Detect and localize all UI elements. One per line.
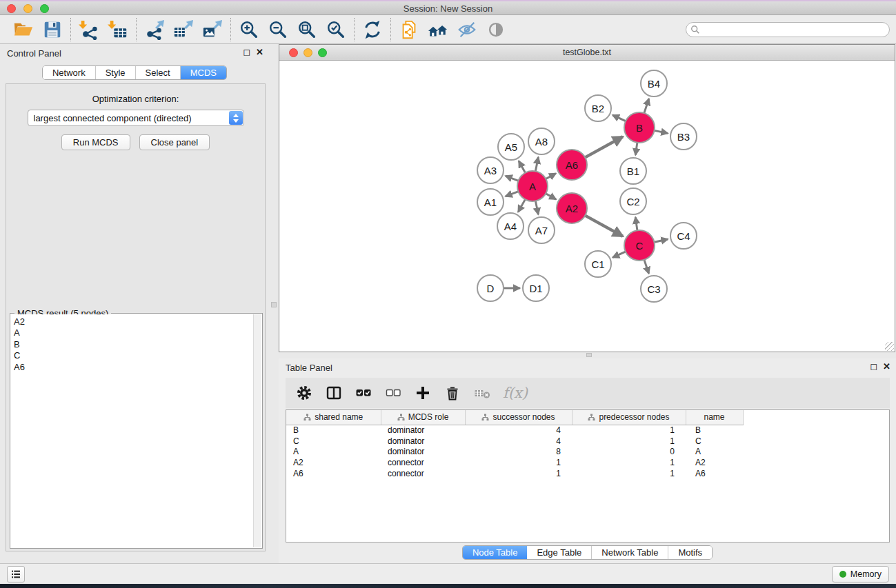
graph-node-B1[interactable]: B1 — [620, 158, 646, 184]
vertical-splitter[interactable] — [269, 44, 279, 563]
tab-edge-table[interactable]: Edge Table — [527, 546, 592, 559]
graph-node-A[interactable]: A — [517, 171, 548, 201]
export-table-icon[interactable] — [172, 19, 195, 41]
graph-node-D[interactable]: D — [477, 275, 504, 301]
graph-node-A5[interactable]: A5 — [498, 134, 524, 160]
float-panel-icon[interactable]: ◻ — [243, 47, 250, 57]
column-header-shared-name[interactable]: shared name — [286, 410, 381, 425]
list-item[interactable]: A6 — [14, 362, 253, 373]
search-field[interactable] — [686, 22, 890, 37]
splitter-grip[interactable] — [586, 353, 592, 357]
delete-column-trash-icon[interactable] — [444, 384, 461, 402]
list-item[interactable]: C — [14, 350, 253, 361]
criterion-dropdown[interactable]: largest connected component (directed) — [28, 110, 244, 126]
zoom-selected-icon[interactable] — [325, 19, 347, 41]
float-panel-icon[interactable]: ◻ — [870, 361, 877, 372]
graph-node-A1[interactable]: A1 — [477, 189, 504, 215]
horizontal-splitter[interactable] — [279, 352, 896, 358]
tab-select[interactable]: Select — [136, 66, 181, 79]
graph-edge-C-C4[interactable] — [654, 239, 668, 243]
graph-node-C2[interactable]: C2 — [620, 188, 646, 214]
close-panel-icon[interactable]: ✕ — [883, 361, 890, 372]
zoom-out-icon[interactable] — [267, 19, 289, 41]
select-all-columns-icon[interactable] — [355, 384, 372, 402]
graph-edge-A-A7[interactable] — [535, 201, 538, 215]
graph-edge-C-C3[interactable] — [644, 259, 649, 274]
graph-node-B[interactable]: B — [624, 112, 655, 143]
graph-edge-B-B3[interactable] — [654, 130, 668, 133]
graph-node-A3[interactable]: A3 — [477, 157, 504, 183]
network-window-titlebar[interactable]: testGlobe.txt — [279, 45, 895, 61]
deselect-all-columns-icon[interactable] — [384, 384, 402, 402]
graph-edge-B-B4[interactable] — [644, 99, 649, 114]
tab-network[interactable]: Network — [43, 66, 96, 79]
column-header-successor-nodes[interactable]: successor nodes — [465, 410, 572, 425]
close-panel-icon[interactable]: ✕ — [256, 47, 263, 57]
graph-edge-A-A4[interactable] — [518, 199, 526, 212]
table-row[interactable]: Adominator80A — [286, 447, 889, 458]
table-row[interactable]: Cdominator41C — [286, 436, 889, 447]
graph-edge-A-A6[interactable] — [545, 174, 555, 179]
graph-node-B2[interactable]: B2 — [585, 95, 611, 121]
graph-node-C4[interactable]: C4 — [670, 223, 697, 249]
close-panel-button[interactable]: Close panel — [139, 134, 210, 150]
duplicate-network-icon[interactable] — [398, 19, 420, 41]
graph-node-D1[interactable]: D1 — [523, 275, 549, 301]
hide-selected-icon[interactable] — [456, 19, 478, 41]
graph-node-C[interactable]: C — [624, 230, 655, 261]
import-network-icon[interactable] — [78, 19, 100, 41]
graph-edge-A-A8[interactable] — [535, 157, 538, 172]
graph-node-C3[interactable]: C3 — [641, 276, 667, 302]
graph-node-B3[interactable]: B3 — [670, 123, 697, 150]
graph-edge-A-A3[interactable] — [506, 176, 519, 181]
column-header-predecessor-nodes[interactable]: predecessor nodes — [572, 410, 686, 425]
scrollbar[interactable] — [253, 314, 261, 547]
first-neighbors-icon[interactable] — [427, 19, 449, 41]
graph-node-A6[interactable]: A6 — [557, 150, 587, 180]
add-column-icon[interactable] — [414, 384, 432, 402]
column-header-mcds-role[interactable]: MCDS role — [381, 410, 465, 425]
graph-edge-A6-B[interactable] — [584, 136, 623, 158]
network-canvas[interactable]: B4B2BB3B1A5A8A6A3AA1A4A7A2C2CC4C1C3DD1 — [279, 61, 895, 352]
graph-node-A8[interactable]: A8 — [528, 128, 555, 154]
show-all-icon[interactable] — [485, 19, 507, 41]
graph-node-A7[interactable]: A7 — [528, 217, 555, 243]
table-settings-gear-icon[interactable] — [295, 384, 313, 402]
search-input[interactable] — [700, 23, 889, 36]
column-header-name[interactable]: name — [686, 410, 743, 425]
refresh-view-icon[interactable] — [361, 19, 384, 41]
list-item[interactable]: B — [14, 339, 253, 350]
export-image-icon[interactable] — [201, 19, 223, 41]
table-row[interactable]: A2connector11A2 — [286, 457, 889, 468]
list-item[interactable]: A2 — [14, 316, 253, 327]
graph-node-C1[interactable]: C1 — [585, 251, 611, 277]
graph-edge-B-B2[interactable] — [613, 115, 626, 121]
graph-node-A2[interactable]: A2 — [557, 193, 587, 223]
table-row[interactable]: A6connector11A6 — [286, 468, 889, 479]
zoom-fit-icon[interactable] — [296, 19, 318, 41]
zoom-in-icon[interactable] — [238, 19, 260, 41]
graph-edge-C-C2[interactable] — [635, 217, 637, 231]
import-table-icon[interactable] — [107, 19, 129, 41]
export-network-icon[interactable] — [143, 19, 166, 41]
graph-edge-A-A5[interactable] — [519, 161, 526, 173]
save-session-icon[interactable] — [41, 19, 63, 41]
tab-mcds[interactable]: MCDS — [181, 66, 226, 79]
splitter-grip[interactable] — [271, 302, 277, 307]
graph-edge-C-C1[interactable] — [613, 252, 626, 258]
table-row[interactable]: Bdominator41B — [286, 425, 889, 436]
tab-node-table[interactable]: Node Table — [463, 546, 528, 559]
graph-node-A4[interactable]: A4 — [497, 213, 524, 239]
graph-edge-A-A1[interactable] — [506, 191, 519, 196]
tab-style[interactable]: Style — [96, 66, 136, 79]
graph-node-B4[interactable]: B4 — [641, 70, 667, 97]
graph-edge-A-A2[interactable] — [545, 193, 556, 199]
tab-network-table[interactable]: Network Table — [592, 546, 668, 559]
memory-button[interactable]: Memory — [832, 566, 889, 582]
graph-edge-B-B1[interactable] — [635, 142, 637, 155]
column-view-icon[interactable] — [325, 384, 343, 402]
task-history-button[interactable] — [7, 566, 25, 582]
list-item[interactable]: A — [14, 327, 253, 338]
graph-edge-A2-C[interactable] — [584, 215, 623, 236]
window-resize-grip[interactable] — [885, 342, 894, 351]
